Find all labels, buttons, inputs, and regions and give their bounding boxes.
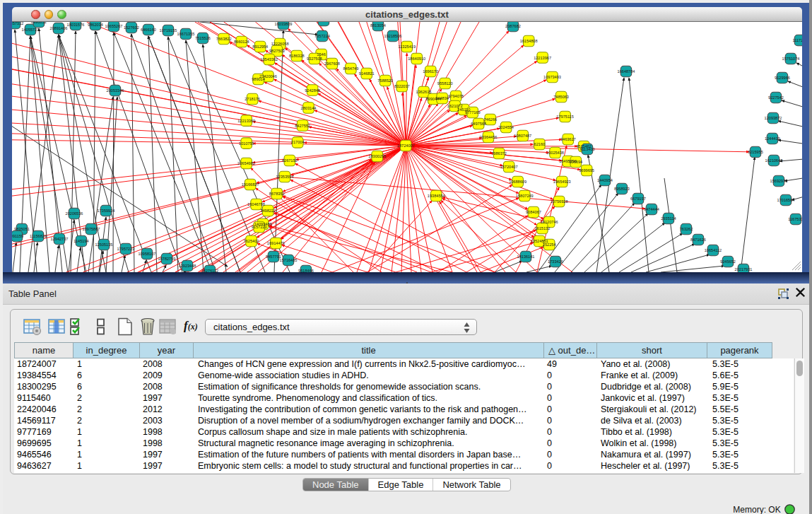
svg-text:1615132: 1615132 bbox=[535, 226, 551, 230]
svg-text:8322037: 8322037 bbox=[394, 84, 410, 88]
svg-text:6679197: 6679197 bbox=[630, 197, 646, 201]
svg-text:1117202: 1117202 bbox=[793, 38, 802, 42]
svg-text:16648784: 16648784 bbox=[618, 69, 635, 74]
svg-text:18640910: 18640910 bbox=[408, 57, 425, 61]
svg-text:1440954: 1440954 bbox=[597, 178, 613, 182]
svg-text:17957223: 17957223 bbox=[117, 247, 135, 251]
svg-text:18724007: 18724007 bbox=[397, 144, 415, 148]
svg-text:7357224: 7357224 bbox=[314, 34, 330, 38]
svg-text:8912954: 8912954 bbox=[252, 45, 268, 49]
svg-text:2803144: 2803144 bbox=[301, 106, 317, 110]
svg-text:10958107: 10958107 bbox=[139, 252, 156, 256]
svg-text:17975115: 17975115 bbox=[556, 115, 573, 119]
svg-text:1733426: 1733426 bbox=[548, 259, 563, 264]
svg-text:8678352: 8678352 bbox=[269, 192, 285, 196]
svg-text:20206536: 20206536 bbox=[66, 211, 83, 216]
svg-text:12942737: 12942737 bbox=[51, 237, 69, 241]
svg-text:16154808: 16154808 bbox=[520, 39, 538, 43]
svg-text:7663822: 7663822 bbox=[216, 37, 232, 41]
svg-text:10654112: 10654112 bbox=[705, 248, 722, 252]
svg-text:3024554: 3024554 bbox=[498, 125, 514, 129]
svg-text:16914479: 16914479 bbox=[267, 241, 285, 245]
svg-text:6497568: 6497568 bbox=[471, 122, 486, 126]
svg-text:14136141: 14136141 bbox=[517, 255, 535, 259]
svg-text:19384554: 19384554 bbox=[428, 194, 445, 198]
svg-text:9474444: 9474444 bbox=[644, 207, 659, 211]
svg-text:16046788: 16046788 bbox=[247, 202, 265, 206]
svg-text:9558120: 9558120 bbox=[437, 81, 453, 86]
svg-text:3498222: 3498222 bbox=[260, 209, 276, 213]
svg-text:12213967: 12213967 bbox=[534, 56, 551, 60]
svg-text:9129966: 9129966 bbox=[775, 76, 790, 80]
svg-text:12353594: 12353594 bbox=[276, 175, 293, 179]
svg-text:2967608: 2967608 bbox=[324, 62, 340, 66]
svg-text:12093872: 12093872 bbox=[765, 116, 782, 120]
svg-text:8660124: 8660124 bbox=[234, 40, 249, 44]
svg-text:9777169: 9777169 bbox=[465, 110, 481, 115]
svg-text:217004: 217004 bbox=[291, 140, 305, 144]
svg-text:989014: 989014 bbox=[252, 77, 265, 81]
svg-text:19654923: 19654923 bbox=[553, 180, 571, 184]
svg-text:7986372: 7986372 bbox=[491, 151, 507, 156]
svg-text:16782759: 16782759 bbox=[158, 257, 176, 261]
svg-text:9146821: 9146821 bbox=[359, 71, 375, 76]
svg-text:10756928: 10756928 bbox=[551, 199, 568, 204]
svg-text:944834: 944834 bbox=[435, 96, 449, 100]
svg-text:9699695: 9699695 bbox=[579, 168, 594, 173]
svg-text:1244419: 1244419 bbox=[765, 136, 780, 141]
svg-text:12923448: 12923448 bbox=[179, 264, 196, 268]
svg-text:252254: 252254 bbox=[543, 243, 556, 247]
svg-text:9327508: 9327508 bbox=[307, 57, 322, 61]
svg-text:7625402: 7625402 bbox=[244, 239, 259, 243]
svg-text:10543362: 10543362 bbox=[260, 57, 278, 62]
svg-text:15692971: 15692971 bbox=[770, 179, 788, 183]
svg-text:10688609: 10688609 bbox=[509, 180, 526, 184]
svg-text:10655267: 10655267 bbox=[105, 24, 123, 28]
svg-text:1145194: 1145194 bbox=[73, 239, 88, 243]
svg-text:9862034: 9862034 bbox=[88, 23, 103, 27]
svg-text:20891406: 20891406 bbox=[50, 26, 68, 30]
svg-text:7485063: 7485063 bbox=[553, 95, 569, 99]
svg-text:9242848: 9242848 bbox=[305, 88, 320, 93]
svg-text:9245652: 9245652 bbox=[720, 259, 736, 264]
svg-text:16210643: 16210643 bbox=[765, 158, 783, 163]
svg-text:20654982: 20654982 bbox=[237, 161, 255, 165]
svg-text:10973493: 10973493 bbox=[543, 75, 561, 79]
svg-text:10120746: 10120746 bbox=[541, 220, 558, 224]
svg-text:1527602: 1527602 bbox=[124, 25, 139, 30]
svg-text:7515526: 7515526 bbox=[195, 36, 211, 40]
svg-text:991159: 991159 bbox=[12, 234, 23, 238]
svg-text:15807249: 15807249 bbox=[516, 194, 534, 198]
svg-text:20217931: 20217931 bbox=[735, 267, 753, 271]
svg-text:2087682: 2087682 bbox=[505, 24, 521, 28]
svg-text:11325419: 11325419 bbox=[399, 45, 416, 49]
svg-text:8186328: 8186328 bbox=[289, 54, 305, 58]
svg-text:8813054: 8813054 bbox=[370, 23, 386, 28]
svg-text:18031576: 18031576 bbox=[67, 23, 85, 27]
svg-text:62160: 62160 bbox=[534, 142, 546, 146]
svg-text:9113400: 9113400 bbox=[579, 147, 594, 151]
svg-text:2935114: 2935114 bbox=[661, 216, 676, 221]
svg-text:12213369: 12213369 bbox=[237, 119, 255, 123]
svg-text:9227542: 9227542 bbox=[768, 95, 784, 100]
svg-text:763262: 763262 bbox=[680, 227, 693, 231]
svg-text:15751074: 15751074 bbox=[782, 57, 800, 61]
svg-text:16671355: 16671355 bbox=[177, 32, 195, 36]
svg-text:7588520: 7588520 bbox=[377, 78, 393, 83]
svg-text:9827503: 9827503 bbox=[269, 49, 285, 53]
svg-text:17016504: 17016504 bbox=[777, 198, 795, 202]
svg-text:8267150: 8267150 bbox=[282, 158, 298, 163]
svg-text:8454749: 8454749 bbox=[343, 66, 359, 71]
svg-text:14055721: 14055721 bbox=[22, 28, 40, 32]
svg-text:1362615: 1362615 bbox=[416, 90, 432, 94]
svg-text:20053346: 20053346 bbox=[107, 88, 124, 93]
svg-text:9463627: 9463627 bbox=[560, 137, 576, 141]
svg-text:1696170: 1696170 bbox=[423, 69, 438, 74]
svg-text:906694: 906694 bbox=[569, 160, 582, 164]
svg-text:20364456: 20364456 bbox=[480, 135, 498, 139]
svg-text:10719155: 10719155 bbox=[160, 28, 177, 33]
svg-text:8215955: 8215955 bbox=[748, 150, 763, 154]
svg-text:18300295: 18300295 bbox=[368, 154, 386, 158]
svg-text:1010755: 1010755 bbox=[239, 141, 254, 146]
svg-text:19166827: 19166827 bbox=[242, 182, 259, 187]
